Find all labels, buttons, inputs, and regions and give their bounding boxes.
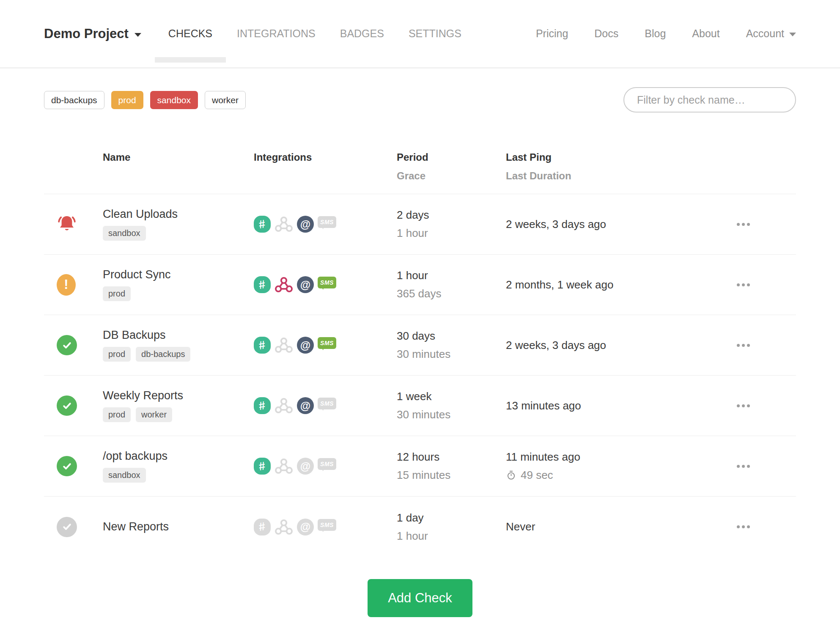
email-icon: @ — [297, 458, 314, 475]
filter-bar: db-backupsprodsandboxworker — [0, 87, 840, 113]
header-name: Name — [103, 151, 254, 163]
check-name[interactable]: /opt backups — [103, 450, 167, 463]
status-icon: ! — [57, 456, 77, 476]
period-value: 1 day — [397, 511, 506, 524]
slack-icon: # — [254, 337, 271, 354]
last-duration: 49 sec — [506, 469, 553, 482]
webhook-icon — [275, 518, 293, 536]
check-name[interactable]: DB Backups — [103, 329, 166, 342]
table-row: ! DB Backups proddb-backups # @ SMS 30 d… — [44, 315, 796, 376]
grace-value: 30 minutes — [397, 348, 506, 361]
check-mark-icon — [61, 340, 73, 351]
link-pricing[interactable]: Pricing — [536, 27, 568, 40]
check-tag: prod — [103, 407, 131, 422]
status-icon: ! — [57, 517, 77, 537]
tab-integrations[interactable]: INTEGRATIONS — [237, 28, 316, 39]
check-mark-icon — [61, 461, 73, 472]
email-icon: @ — [297, 519, 314, 535]
link-about[interactable]: About — [692, 27, 719, 40]
slack-icon: # — [254, 216, 271, 233]
header-menu-spacer — [707, 151, 796, 182]
email-icon: @ — [297, 276, 314, 293]
table-header: Name Integrations Period Grace Last Ping… — [44, 151, 796, 194]
project-name: Demo Project — [44, 26, 129, 41]
header-integrations: Integrations — [254, 151, 397, 163]
link-blog[interactable]: Blog — [645, 27, 666, 40]
sms-icon: SMS — [318, 277, 336, 288]
period-value: 30 days — [397, 329, 506, 343]
grace-value: 1 hour — [397, 530, 506, 543]
header-last-duration: Last Duration — [506, 170, 707, 182]
last-ping-value: 2 weeks, 3 days ago — [506, 218, 606, 231]
check-tag: prod — [103, 286, 131, 301]
account-menu[interactable]: Account — [746, 27, 796, 40]
row-menu-button[interactable] — [735, 219, 752, 230]
link-docs[interactable]: Docs — [594, 27, 618, 40]
row-menu-button[interactable] — [735, 340, 752, 351]
status-icon: ! — [57, 214, 77, 234]
period-value: 2 days — [397, 209, 506, 222]
project-tabs: CHECKS INTEGRATIONS BADGES SETTINGS — [168, 28, 461, 39]
filter-tag-worker[interactable]: worker — [205, 91, 246, 109]
filter-tag-prod[interactable]: prod — [111, 91, 143, 109]
header-status-spacer — [44, 151, 103, 182]
row-menu-button[interactable] — [735, 400, 752, 412]
chevron-down-icon — [135, 33, 141, 37]
check-tags: proddb-backups — [103, 347, 190, 362]
check-name[interactable]: Weekly Reports — [103, 389, 183, 402]
tab-settings[interactable]: SETTINGS — [409, 28, 461, 39]
period-value: 1 week — [397, 390, 506, 403]
check-name[interactable]: Product Sync — [103, 268, 171, 281]
last-duration-value: 49 sec — [521, 469, 553, 482]
grace-value: 1 hour — [397, 227, 506, 240]
sms-icon: SMS — [318, 458, 336, 470]
grace-value: 30 minutes — [397, 408, 506, 421]
project-switcher[interactable]: Demo Project — [44, 26, 141, 41]
add-check-button[interactable]: Add Check — [368, 579, 472, 617]
webhook-icon — [275, 275, 293, 294]
check-tag: db-backups — [136, 347, 190, 362]
check-name[interactable]: Clean Uploads — [103, 208, 178, 221]
check-tags: prodworker — [103, 407, 172, 422]
table-row: ! New Reports # @ SMS 1 day 1 hour — [44, 497, 796, 557]
period-value: 1 hour — [397, 269, 506, 282]
status-icon: ! — [57, 274, 76, 296]
row-menu-button[interactable] — [735, 279, 752, 291]
slack-icon: # — [254, 519, 271, 535]
check-tags: sandbox — [103, 468, 146, 483]
header-grace: Grace — [397, 170, 506, 182]
footer: Add Check — [0, 579, 840, 626]
webhook-icon — [275, 336, 293, 354]
row-menu-button[interactable] — [735, 521, 752, 533]
sms-icon: SMS — [318, 216, 336, 228]
webhook-icon — [275, 396, 293, 415]
status-icon: ! — [57, 335, 77, 355]
slack-icon: # — [254, 276, 271, 293]
table-row: ! /opt backups sandbox # @ SMS 12 hours — [44, 436, 796, 497]
tab-badges[interactable]: BADGES — [340, 28, 384, 39]
last-ping-value: Never — [506, 520, 535, 533]
warning-exclamation-icon: ! — [64, 277, 68, 292]
check-name[interactable]: New Reports — [103, 520, 169, 533]
filter-tag-sandbox[interactable]: sandbox — [150, 91, 198, 109]
checks-table: Name Integrations Period Grace Last Ping… — [44, 151, 796, 557]
check-tag: sandbox — [103, 468, 146, 483]
check-mark-icon — [61, 400, 73, 412]
row-menu-button[interactable] — [735, 461, 752, 472]
tab-checks[interactable]: CHECKS — [168, 28, 212, 39]
check-tag: sandbox — [103, 226, 146, 241]
table-row: ! Clean Uploads sandbox # @ SMS 2 days — [44, 194, 796, 255]
filter-tags: db-backupsprodsandboxworker — [44, 91, 246, 109]
site-links: Pricing Docs Blog About Account — [536, 27, 796, 40]
email-icon: @ — [297, 216, 314, 233]
check-tags: sandbox — [103, 226, 146, 241]
alert-bell-icon — [57, 213, 77, 235]
sms-icon: SMS — [318, 519, 336, 531]
filter-tag-db-backups[interactable]: db-backups — [44, 91, 104, 109]
last-ping-value: 13 minutes ago — [506, 399, 581, 412]
search-input[interactable] — [623, 87, 796, 113]
email-icon: @ — [297, 397, 314, 414]
top-navigation: Demo Project CHECKS INTEGRATIONS BADGES … — [0, 0, 840, 69]
slack-icon: # — [254, 458, 271, 475]
table-row: ! Product Sync prod # @ SMS 1 hour 365 — [44, 255, 796, 315]
